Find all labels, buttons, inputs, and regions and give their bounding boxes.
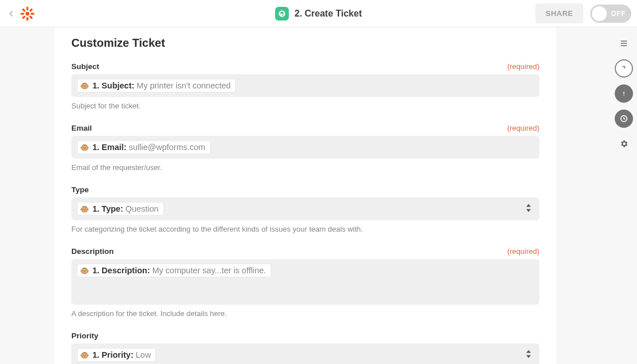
- svg-rect-5: [29, 8, 33, 12]
- alert-icon[interactable]: [615, 84, 633, 103]
- svg-rect-1: [26, 6, 28, 10]
- svg-rect-8: [29, 15, 33, 19]
- outline-panel-icon[interactable]: [615, 34, 633, 52]
- email-label: Email: [71, 124, 92, 132]
- zap-toggle[interactable]: OFF: [590, 5, 631, 23]
- wpforms-icon: 🐵: [80, 143, 89, 152]
- description-label: Description: [71, 247, 114, 256]
- share-button[interactable]: SHARE: [535, 3, 583, 23]
- email-input[interactable]: 🐵 1. Email: sullie@wpforms.com: [71, 136, 539, 159]
- email-pill[interactable]: 🐵 1. Email: sullie@wpforms.com: [77, 140, 211, 154]
- svg-point-0: [26, 11, 30, 15]
- svg-rect-2: [26, 17, 28, 21]
- toggle-label: OFF: [611, 10, 626, 18]
- subject-pill[interactable]: 🐵 1. Subject: My printer isn't connected: [77, 79, 236, 92]
- svg-rect-7: [22, 8, 26, 12]
- subject-label: Subject: [71, 62, 99, 71]
- svg-marker-14: [526, 209, 531, 212]
- topbar: 2. Create Ticket SHARE OFF: [0, 0, 637, 27]
- wpforms-icon: 🐵: [80, 204, 89, 213]
- priority-pill[interactable]: 🐵 1. Priority: Low: [77, 348, 156, 362]
- type-label: Type: [71, 185, 89, 194]
- wpforms-icon: 🐵: [80, 266, 89, 275]
- toggle-knob-icon: [592, 6, 607, 21]
- field-email: Email (required) 🐵 1. Email: sullie@wpfo…: [71, 124, 539, 172]
- svg-marker-15: [526, 350, 531, 353]
- customize-card: Customize Ticket Subject (required) 🐵 1.…: [54, 27, 557, 364]
- type-help: For categorizing the ticket according to…: [71, 225, 539, 233]
- settings-gear-icon[interactable]: [615, 135, 633, 153]
- svg-rect-3: [21, 13, 25, 14]
- email-required: (required): [507, 124, 539, 132]
- priority-select[interactable]: 🐵 1. Priority: Low: [71, 343, 539, 364]
- description-input[interactable]: 🐵 1. Description: My computer say...ter …: [71, 259, 539, 305]
- subject-required: (required): [507, 62, 539, 71]
- right-sidebar: [611, 27, 637, 364]
- back-button[interactable]: [6, 8, 17, 19]
- section-title: Customize Ticket: [71, 37, 539, 50]
- type-pill[interactable]: 🐵 1. Type: Question: [77, 202, 164, 216]
- step-title: 2. Create Ticket: [295, 9, 362, 19]
- select-caret-icon: [526, 204, 531, 214]
- topbar-left: [6, 6, 35, 22]
- freshdesk-app-icon: [275, 7, 289, 21]
- description-required: (required): [507, 247, 539, 256]
- wpforms-icon: 🐵: [80, 81, 89, 90]
- description-help: A description for the ticket. Include de…: [71, 309, 539, 318]
- field-priority: Priority 🐵 1. Priority: Low Priority of …: [71, 331, 539, 364]
- priority-label: Priority: [71, 331, 98, 340]
- type-select[interactable]: 🐵 1. Type: Question: [71, 197, 539, 220]
- subject-help: Subject for the ticket.: [71, 102, 539, 110]
- svg-marker-16: [526, 355, 531, 358]
- description-pill[interactable]: 🐵 1. Description: My computer say...ter …: [77, 264, 271, 277]
- field-type: Type 🐵 1. Type: Question For categorizin…: [71, 185, 539, 233]
- wpforms-icon: 🐵: [80, 350, 89, 359]
- zapier-logo-icon: [19, 6, 35, 22]
- history-icon[interactable]: [615, 110, 633, 128]
- main-scroll[interactable]: Customize Ticket Subject (required) 🐵 1.…: [0, 27, 611, 364]
- email-help: Email of the requester/user.: [71, 163, 539, 172]
- select-caret-icon: [526, 350, 531, 360]
- help-icon[interactable]: [615, 59, 633, 78]
- svg-marker-13: [526, 204, 531, 207]
- svg-rect-6: [22, 15, 26, 19]
- field-subject: Subject (required) 🐵 1. Subject: My prin…: [71, 62, 539, 110]
- topbar-right: SHARE OFF: [535, 3, 631, 23]
- field-description: Description (required) 🐵 1. Description:…: [71, 247, 539, 318]
- step-header: 2. Create Ticket: [275, 7, 362, 21]
- svg-rect-4: [31, 13, 35, 14]
- subject-input[interactable]: 🐵 1. Subject: My printer isn't connected: [71, 74, 539, 97]
